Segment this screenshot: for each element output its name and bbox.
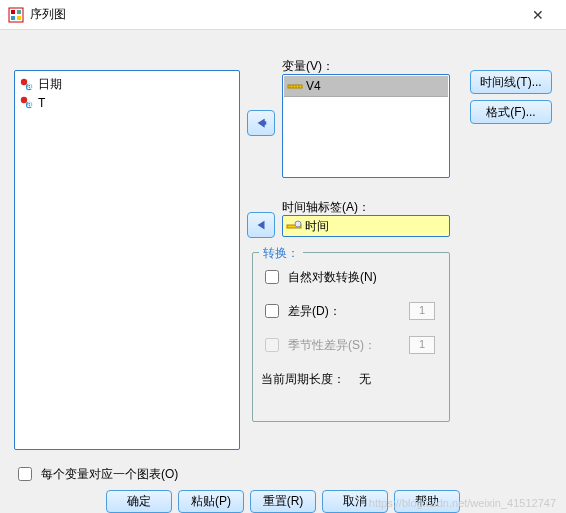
svg-rect-1: [11, 10, 15, 14]
svg-rect-3: [11, 16, 15, 20]
time-axis-field[interactable]: 时间: [282, 215, 450, 237]
cancel-button[interactable]: 取消: [322, 490, 388, 513]
app-icon: [8, 7, 24, 23]
seasonal-difference-row: 季节性差异(S)： 1: [261, 335, 441, 355]
paste-button[interactable]: 粘贴(P): [178, 490, 244, 513]
dialog-content: a 日期 a T 变量(V)： V4 时间轴标签(A)： 时间 时间线(T)..…: [0, 30, 566, 513]
log-transform-row: 自然对数转换(N): [261, 267, 441, 287]
period-length-value: 无: [359, 371, 371, 388]
difference-row: 差异(D)： 1: [261, 301, 441, 321]
svg-rect-4: [17, 16, 21, 20]
nominal-icon: a: [19, 95, 35, 111]
seasonal-difference-value: 1: [409, 336, 435, 354]
move-to-timeaxis-button[interactable]: [247, 212, 275, 238]
nominal-icon: a: [19, 77, 35, 93]
svg-rect-2: [17, 10, 21, 14]
move-to-variables-button[interactable]: [247, 110, 275, 136]
variables-listbox[interactable]: V4: [282, 74, 450, 178]
svg-text:a: a: [27, 99, 33, 109]
list-item[interactable]: a T: [17, 94, 237, 112]
reset-button[interactable]: 重置(R): [250, 490, 316, 513]
checkbox-label: 季节性差异(S)：: [288, 337, 376, 354]
timeline-button[interactable]: 时间线(T)...: [470, 70, 552, 94]
dialog-button-row: 确定 粘贴(P) 重置(R) 取消 帮助: [0, 490, 566, 513]
period-length-row: 当前周期长度： 无: [261, 371, 441, 388]
list-item[interactable]: V4: [284, 76, 448, 97]
time-axis-value: 时间: [305, 218, 329, 235]
close-button[interactable]: ✕: [518, 7, 558, 23]
seasonal-difference-checkbox: [265, 338, 279, 352]
each-variable-chart-row: 每个变量对应一个图表(O): [14, 464, 178, 484]
log-transform-checkbox[interactable]: [265, 270, 279, 284]
arrow-left-icon: [254, 218, 268, 232]
window-title: 序列图: [30, 6, 518, 23]
fieldset-legend: 转换：: [259, 245, 303, 262]
transform-fieldset: 转换： 自然对数转换(N) 差异(D)： 1 季节性差异(S)： 1 当前周期长…: [252, 252, 450, 422]
title-bar: 序列图 ✕: [0, 0, 566, 30]
help-button[interactable]: 帮助: [394, 490, 460, 513]
scale-icon: [287, 78, 303, 94]
ok-button[interactable]: 确定: [106, 490, 172, 513]
source-variable-list[interactable]: a 日期 a T: [14, 70, 240, 450]
checkbox-label: 每个变量对应一个图表(O): [41, 466, 178, 483]
list-item[interactable]: a 日期: [17, 75, 237, 94]
svg-point-17: [295, 221, 301, 227]
time-axis-label: 时间轴标签(A)：: [282, 199, 370, 216]
checkbox-label: 差异(D)：: [288, 303, 341, 320]
list-item-label: V4: [306, 79, 321, 93]
list-item-label: T: [38, 96, 45, 110]
svg-text:a: a: [27, 81, 33, 91]
list-item-label: 日期: [38, 76, 62, 93]
period-length-label: 当前周期长度：: [261, 371, 345, 388]
difference-value: 1: [409, 302, 435, 320]
difference-checkbox[interactable]: [265, 304, 279, 318]
each-variable-chart-checkbox[interactable]: [18, 467, 32, 481]
variables-label: 变量(V)：: [282, 58, 334, 75]
checkbox-label: 自然对数转换(N): [288, 269, 377, 286]
scale-icon: [286, 218, 302, 234]
format-button[interactable]: 格式(F)...: [470, 100, 552, 124]
arrow-left-icon: [254, 116, 268, 130]
